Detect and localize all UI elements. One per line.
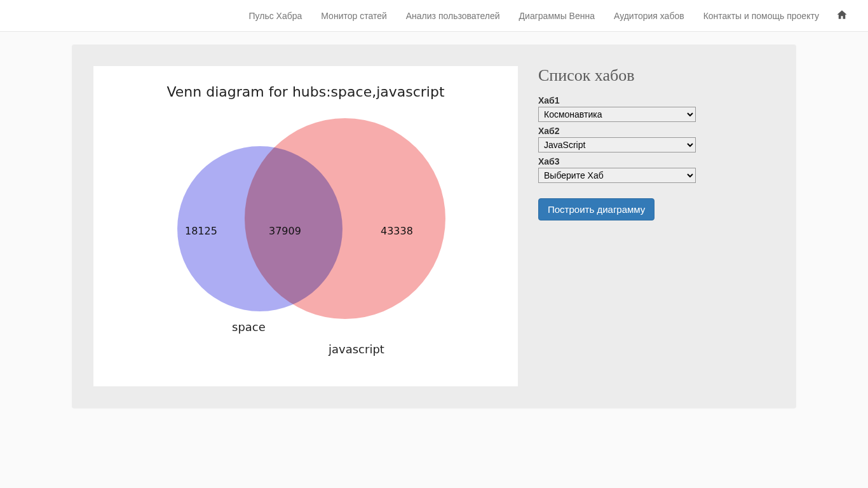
main-panel: Venn diagram for hubs:space,javascript 1… xyxy=(72,44,796,408)
hub3-label: Хаб3 xyxy=(538,156,775,166)
venn-count-intersection: 37909 xyxy=(269,225,301,237)
nav-link-pulse[interactable]: Пульс Хабра xyxy=(239,1,311,30)
hub2-select[interactable]: JavaScript xyxy=(538,137,696,152)
top-nav: Пульс Хабра Монитор статей Анализ пользо… xyxy=(0,0,868,32)
hub-selector-title: Список хабов xyxy=(538,66,775,85)
hub2-row: Хаб2 JavaScript xyxy=(538,126,775,152)
nav-link-contacts[interactable]: Контакты и помощь проекту xyxy=(694,1,829,30)
venn-label-space: space xyxy=(232,320,266,334)
venn-count-javascript-only: 43338 xyxy=(381,225,413,237)
nav-home-link[interactable] xyxy=(829,3,855,29)
hub1-select[interactable]: Космонавтика xyxy=(538,107,696,122)
nav-items: Пульс Хабра Монитор статей Анализ пользо… xyxy=(239,1,855,30)
hub3-select[interactable]: Выберите Хаб xyxy=(538,168,696,183)
venn-canvas: 18125 37909 43338 space javascript xyxy=(93,66,518,386)
nav-link-audience[interactable]: Аудитория хабов xyxy=(604,1,694,30)
build-diagram-button[interactable]: Построить диаграмму xyxy=(538,198,654,220)
venn-diagram-panel: Venn diagram for hubs:space,javascript 1… xyxy=(93,66,518,386)
nav-link-users[interactable]: Анализ пользователей xyxy=(397,1,510,30)
venn-label-javascript: javascript xyxy=(329,342,384,356)
hub1-label: Хаб1 xyxy=(538,95,775,105)
venn-count-space-only: 18125 xyxy=(185,225,217,237)
hub-selector-panel: Список хабов Хаб1 Космонавтика Хаб2 Java… xyxy=(538,66,775,386)
home-icon xyxy=(836,9,848,22)
nav-link-venn[interactable]: Диаграммы Венна xyxy=(510,1,604,30)
hub3-row: Хаб3 Выберите Хаб xyxy=(538,156,775,183)
hub1-row: Хаб1 Космонавтика xyxy=(538,95,775,122)
nav-link-monitor[interactable]: Монитор статей xyxy=(311,1,396,30)
hub2-label: Хаб2 xyxy=(538,126,775,136)
